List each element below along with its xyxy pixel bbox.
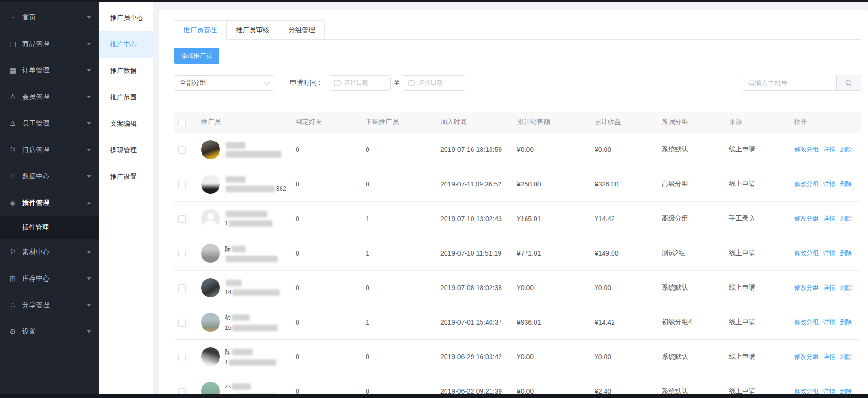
detail-link[interactable]: 详情 [823, 353, 835, 360]
detail-link[interactable]: 详情 [823, 318, 835, 326]
column-header: 下级推广员 [361, 112, 436, 133]
sub-promoters-value: 1 [361, 236, 436, 271]
detail-link[interactable]: 详情 [823, 249, 835, 256]
tab[interactable]: 分组管理 [279, 20, 325, 40]
sidebar-item[interactable]: ∴ 分享管理 [0, 292, 99, 318]
redacted-phone [229, 220, 272, 227]
redacted-name [226, 280, 242, 286]
add-promoter-button[interactable]: 添加推广员 [174, 48, 219, 64]
modify-group-link[interactable]: 修改分组 [794, 388, 819, 394]
secondary-sidebar-item[interactable]: 推广范围 [99, 84, 153, 111]
sidebar-item-icon: ⚙ [8, 327, 18, 336]
sidebar-item[interactable]: ◈ 插件管理 [0, 190, 99, 216]
secondary-sidebar-item[interactable]: 提现管理 [99, 137, 153, 164]
row-checkbox[interactable] [178, 354, 186, 361]
modify-group-link[interactable]: 修改分组 [794, 146, 819, 153]
sidebar-submenu: 插件管理 [0, 216, 99, 239]
bound-friends-value: 0 [291, 167, 361, 202]
table-row: 362 0 0 2019-07-11 09:36:52 ¥250.00 ¥336… [174, 167, 861, 202]
chevron-down-icon [87, 330, 91, 333]
secondary-sidebar-nav: 推广中心 推广数据 推广范围 文案编辑 提现管理 推广设置 [99, 31, 153, 190]
sidebar-item-icon: ⚐ [8, 248, 18, 256]
source-value: 线上申请 [724, 340, 789, 374]
delete-link[interactable]: 删除 [840, 388, 852, 394]
join-time-value: 2019-07-11 09:36:52 [436, 167, 512, 202]
column-header: 推广员 [196, 112, 291, 133]
promoter-cell [201, 140, 286, 159]
search-button[interactable] [836, 75, 861, 90]
date-end-input[interactable]: 选择日期 [403, 75, 465, 91]
redacted-phone [226, 186, 275, 192]
sidebar-subitem[interactable]: 插件管理 [0, 216, 99, 239]
modify-group-link[interactable]: 修改分组 [794, 284, 819, 291]
sidebar-item[interactable]: ⚙ 设置 [0, 318, 99, 345]
modify-group-link[interactable]: 修改分组 [794, 353, 819, 360]
sidebar-item[interactable]: ⚐ 数据中心 [0, 163, 99, 190]
delete-link[interactable]: 删除 [840, 180, 852, 187]
sidebar-item[interactable]: ⊞ 库存中心 [0, 265, 99, 292]
detail-link[interactable]: 详情 [823, 215, 835, 222]
phone-search-input[interactable] [742, 75, 836, 90]
avatar [201, 347, 220, 366]
group-select[interactable]: 全部分组 [174, 75, 274, 91]
actions-cell: 修改分组详情删除 [789, 133, 861, 167]
redacted-name [232, 246, 246, 252]
detail-link[interactable]: 详情 [823, 146, 835, 153]
detail-link[interactable]: 详情 [823, 388, 835, 394]
row-checkbox[interactable] [178, 146, 186, 154]
sidebar-item[interactable]: ⚐ 素材中心 [0, 239, 99, 265]
modify-group-link[interactable]: 修改分组 [794, 215, 819, 222]
total-income-value: ¥0.00 [590, 133, 657, 167]
secondary-sidebar-item[interactable]: 推广设置 [99, 164, 153, 190]
column-header: 所属分组 [657, 112, 724, 133]
redacted-phone [232, 289, 280, 296]
promoter-phone-fragment-end: 362 [276, 185, 286, 192]
secondary-sidebar-item[interactable]: 推广中心 [99, 31, 153, 58]
tab[interactable]: 推广员审核 [226, 20, 279, 40]
modify-group-link[interactable]: 修改分组 [794, 318, 819, 326]
date-start-input[interactable]: 选择日期 [329, 75, 391, 91]
tab-bar: 推广员管理 推广员审核 分组管理 [174, 20, 861, 40]
date-end-placeholder: 选择日期 [418, 79, 443, 87]
join-time-value: 2019-07-10 13:02:43 [436, 202, 512, 236]
promoter-phone-fragment: 14 [225, 289, 231, 296]
group-value: 初级分组4 [657, 305, 724, 340]
detail-link[interactable]: 详情 [823, 284, 835, 291]
promoter-cell: 362 [201, 175, 286, 194]
modify-group-link[interactable]: 修改分组 [794, 249, 819, 256]
sidebar-item-label: 库存中心 [22, 274, 87, 283]
sidebar-item[interactable]: ▦ 订单管理 [0, 57, 99, 84]
row-checkbox[interactable] [178, 388, 186, 394]
tab[interactable]: 推广员管理 [174, 20, 227, 40]
row-checkbox[interactable] [178, 319, 186, 327]
row-checkbox[interactable] [178, 250, 186, 257]
delete-link[interactable]: 删除 [840, 284, 852, 291]
sidebar-item-icon: ▤ [8, 40, 18, 48]
secondary-sidebar-item[interactable]: 文案编辑 [99, 111, 153, 137]
redacted-name [226, 142, 245, 149]
total-sales-value: ¥0.00 [512, 271, 590, 305]
join-time-value: 2019-06-29 16:03:42 [436, 340, 512, 374]
row-checkbox[interactable] [178, 181, 186, 188]
sidebar-item[interactable]: ▤ 商品管理 [0, 31, 99, 57]
sidebar-item[interactable]: ♙ 员工管理 [0, 110, 99, 137]
sidebar-item[interactable]: ◔ 首页 [0, 4, 99, 31]
row-checkbox[interactable] [178, 284, 186, 292]
sidebar-item[interactable]: ♙ 会员管理 [0, 84, 99, 110]
sidebar-item[interactable]: ⚐ 门店管理 [0, 137, 99, 163]
total-sales-value: ¥165.01 [512, 202, 590, 236]
row-checkbox[interactable] [178, 215, 186, 223]
chevron-down-icon [87, 277, 91, 280]
detail-link[interactable]: 详情 [823, 180, 835, 187]
delete-link[interactable]: 删除 [840, 353, 852, 360]
secondary-sidebar-item[interactable]: 推广数据 [99, 58, 153, 84]
promoter-name-fragment: 胡 [225, 313, 231, 322]
delete-link[interactable]: 删除 [840, 318, 852, 326]
delete-link[interactable]: 删除 [840, 146, 852, 153]
group-value: 系统默认 [657, 374, 724, 394]
sidebar-item-label: 首页 [22, 13, 87, 22]
modify-group-link[interactable]: 修改分组 [794, 180, 819, 187]
select-all-checkbox[interactable] [178, 119, 186, 126]
delete-link[interactable]: 删除 [840, 249, 852, 256]
delete-link[interactable]: 删除 [840, 215, 852, 222]
